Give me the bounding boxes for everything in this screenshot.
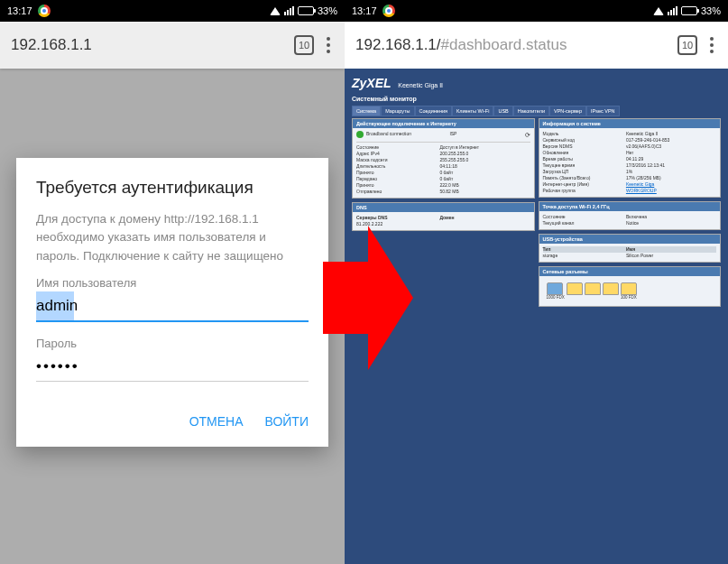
panel-wifi: Точка доступа Wi-Fi 2,4 ГГц СостояниеВкл…: [539, 201, 722, 230]
tab-switcher[interactable]: 10: [294, 35, 314, 55]
chrome-icon: [382, 5, 395, 17]
kv-row: Загрузка ЦП1%: [543, 169, 717, 175]
kv-row: Принято222.0 МБ: [356, 182, 530, 189]
battery-percent: 33%: [318, 5, 337, 16]
router-tab[interactable]: IPsec VPN: [586, 106, 620, 116]
status-time: 13:17: [7, 5, 32, 16]
battery-icon: [681, 6, 697, 15]
panel-system: Информация о системе МодельKeenetic Giga…: [539, 118, 722, 198]
kv-row: Сервисный код017-259-246-014-853: [543, 137, 717, 143]
kv-row: МодельKeenetic Giga II: [543, 131, 717, 137]
url-text[interactable]: 192.168.1.1/#dashboard.status: [355, 36, 668, 54]
phone-screen-left: 13:17 33% 192.168.1.1 10 Требуется аутен…: [0, 0, 345, 564]
wifi-icon: [653, 7, 664, 15]
kebab-menu-icon[interactable]: [323, 33, 334, 57]
router-tab[interactable]: Клиенты Wi-Fi: [452, 106, 493, 116]
port-icon: [585, 282, 601, 295]
kv-row: Длительность04:11:18: [356, 163, 530, 170]
port-diagram: 1000 FDX 100 FDX: [543, 279, 717, 303]
kv-row: Рабочая группаWORKGROUP: [543, 188, 717, 194]
kv-row: Текущее время17/3/2016 12:13:41: [543, 162, 717, 169]
router-tab[interactable]: Накопители: [513, 106, 549, 116]
kv-row: СостояниеДоступ в Интернет: [356, 144, 530, 151]
auth-dialog: Требуется аутентификация Для доступа к д…: [16, 158, 328, 447]
signal-icon: [284, 6, 294, 15]
password-label: Пароль: [36, 337, 309, 350]
status-bar: 13:17 33%: [345, 0, 728, 22]
chrome-icon: [38, 5, 51, 17]
port-icon: [603, 282, 619, 295]
router-tabs: СистемаМаршрутыСоединенияКлиенты Wi-FiUS…: [352, 106, 721, 116]
status-time: 13:17: [352, 5, 377, 16]
router-tab[interactable]: Маршруты: [381, 106, 414, 116]
kv-row: Отправлено50.82 МБ: [356, 189, 530, 195]
kv-row: Текущий каналNotice: [543, 220, 717, 227]
router-tab[interactable]: VPN-сервер: [549, 106, 586, 116]
panel-ports: Сетевые разъемы 1000 FDX 100 FDX: [539, 266, 722, 307]
monitor-title: Системный монитор: [352, 96, 721, 102]
battery-percent: 33%: [701, 5, 721, 16]
kv-row: ОбновленияНет: [543, 150, 717, 156]
kv-row: storageSilicon Power: [543, 253, 717, 259]
kv-row: Интернет-центр (Имя)Keenetic Giga: [543, 181, 717, 188]
username-label: Имя пользователя: [36, 276, 309, 290]
router-tab[interactable]: Система: [352, 106, 381, 116]
signal-icon: [668, 6, 677, 15]
dialog-title: Требуется аутентификация: [36, 178, 309, 198]
address-bar: 192.168.1.1/#dashboard.status 10: [345, 22, 728, 69]
status-dot-icon: [356, 131, 364, 138]
battery-icon: [298, 6, 314, 15]
tab-switcher[interactable]: 10: [677, 35, 697, 55]
port-icon: [567, 282, 583, 295]
red-arrow: [323, 226, 413, 370]
kv-row: СостояниеВключена: [543, 214, 717, 220]
kebab-menu-icon[interactable]: [706, 33, 717, 57]
status-bar: 13:17 33%: [0, 0, 345, 22]
kv-row: Адрес IPv4200.255.255.0: [356, 151, 530, 157]
cancel-button[interactable]: ОТМЕНА: [189, 414, 244, 429]
kv-row: Передано0 байт: [356, 176, 530, 182]
kv-row: Время работы04:11:29: [543, 156, 717, 162]
address-bar: 192.168.1.1 10: [0, 22, 345, 69]
wifi-icon: [270, 7, 281, 15]
kv-row: Принято0 байт: [356, 170, 530, 176]
username-input[interactable]: [36, 291, 309, 322]
url-text[interactable]: 192.168.1.1: [11, 36, 285, 54]
router-model: Keenetic Giga II: [398, 82, 443, 88]
router-brand: ZyXEL: [352, 76, 392, 90]
router-tab[interactable]: Соединения: [415, 106, 452, 116]
dialog-message: Для доступа к домену http://192.168.1.1 …: [36, 210, 309, 265]
login-button[interactable]: ВОЙТИ: [265, 414, 309, 429]
panel-usb: USB-устройства Тип Имя storageSilicon Po…: [539, 234, 722, 263]
kv-row: Версия NDMSv2.06(AAFS.0)C3: [543, 143, 717, 150]
kv-row: Память (Занято/Всего)17% (28/256 МБ): [543, 175, 717, 181]
port-icon: [547, 282, 563, 295]
refresh-icon[interactable]: ⟳: [525, 131, 530, 140]
router-tab[interactable]: USB: [493, 106, 512, 116]
kv-row: Маска подсети255.255.255.0: [356, 157, 530, 163]
panel-connection: Действующее подключение к Интернету Broa…: [352, 118, 535, 199]
password-input[interactable]: [36, 352, 309, 382]
port-icon: [621, 282, 637, 295]
